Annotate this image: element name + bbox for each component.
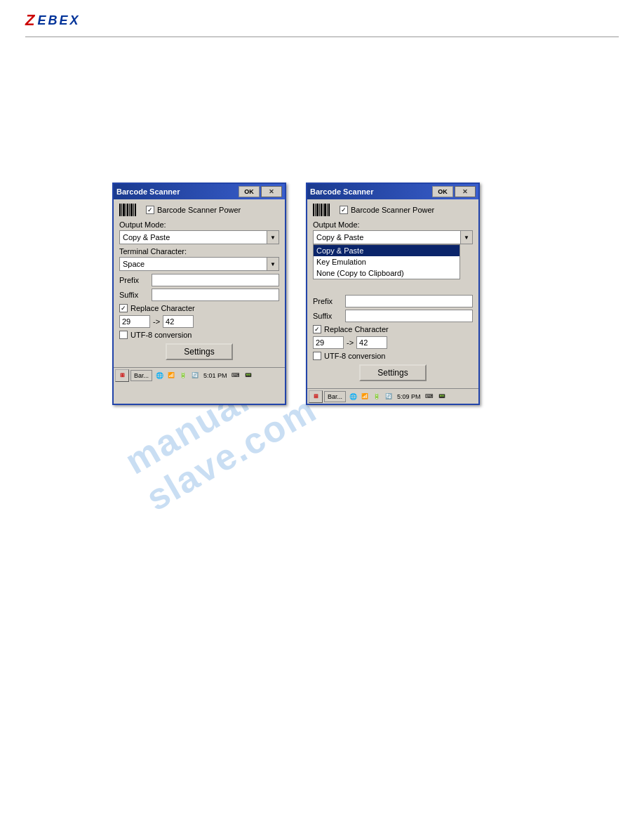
left-taskbar-sync-icon: 🔄	[189, 370, 201, 381]
logo-z-icon: Z	[25, 13, 34, 28]
right-replace-check[interactable]	[313, 325, 321, 333]
left-taskbar-icons: 🌐 📶 🔋 🔄	[154, 370, 201, 381]
right-suffix-label: Suffix	[313, 312, 342, 320]
left-replace-check[interactable]	[119, 304, 128, 312]
left-taskbar-start[interactable]: ⊞	[115, 369, 129, 382]
right-output-mode-arrow[interactable]: ▼	[460, 230, 473, 244]
right-output-mode-display[interactable]: Copy & Paste	[313, 230, 473, 244]
left-dialog-body: Barcode Scanner Power Output Mode: Copy …	[114, 199, 285, 367]
left-scanner-power-label: Barcode Scanner Power	[157, 206, 241, 214]
left-output-mode-dropdown[interactable]: Copy & Paste Key Emulation None (Copy to…	[119, 230, 279, 244]
right-scanner-power-checkbox[interactable]: Barcode Scanner Power	[340, 206, 434, 214]
right-barcode-row: Barcode Scanner Power	[313, 204, 473, 216]
left-taskbar-app[interactable]: Bar...	[130, 370, 152, 381]
header-divider	[25, 37, 619, 37]
right-settings-wrap: Settings	[313, 364, 473, 381]
right-dropdown-item-1[interactable]: Key Emulation	[314, 256, 459, 267]
dialogs-container: Barcode Scanner OK ✕	[112, 183, 480, 405]
left-close-button[interactable]: ✕	[261, 186, 282, 197]
right-utf8-row: UTF-8 conversion	[313, 352, 473, 360]
left-taskbar-extra-icon[interactable]: 📟	[243, 370, 254, 381]
left-suffix-label: Suffix	[119, 291, 149, 299]
left-utf8-check[interactable]	[119, 331, 128, 339]
right-taskbar-globe-icon: 🌐	[347, 391, 358, 402]
right-settings-button[interactable]: Settings	[359, 364, 426, 381]
right-ok-button[interactable]: OK	[432, 186, 453, 197]
left-settings-wrap: Settings	[119, 343, 279, 360]
left-replace-to[interactable]	[163, 315, 194, 328]
left-prefix-input[interactable]	[152, 274, 279, 286]
left-output-mode-label: Output Mode:	[119, 220, 279, 229]
right-dropdown-item-2[interactable]: None (Copy to Clipboard)	[314, 267, 459, 279]
right-output-mode-wrap: Copy & Paste ▼	[313, 230, 473, 244]
left-barcode-row: Barcode Scanner Power	[119, 204, 279, 216]
right-taskbar-extra-icon[interactable]: 📟	[436, 391, 448, 402]
left-replace-label: Replace Character	[130, 304, 195, 312]
right-taskbar-sync-icon: 🔄	[383, 391, 394, 402]
right-utf8-check[interactable]	[313, 352, 321, 360]
left-ok-button[interactable]: OK	[239, 186, 260, 197]
left-taskbar: ⊞ Bar... 🌐 📶 🔋 🔄 5:01 PM ⌨ 📟	[114, 367, 285, 383]
right-utf8-label: UTF-8 conversion	[324, 352, 385, 360]
right-scanner-power-label: Barcode Scanner Power	[351, 206, 434, 214]
left-terminal-char-wrap: Space Tab Enter None ▼	[119, 257, 279, 271]
right-taskbar-keyboard-icon[interactable]: ⌨	[424, 391, 435, 402]
left-replace-from[interactable]	[119, 315, 150, 328]
right-replace-arrow: ->	[347, 338, 354, 347]
right-close-button[interactable]: ✕	[455, 186, 476, 197]
right-output-mode-value: Copy & Paste	[316, 233, 363, 241]
left-output-mode-arrow[interactable]: ▼	[267, 230, 279, 244]
right-dropdown-item-0[interactable]: Copy & Paste	[314, 245, 459, 256]
right-taskbar-app[interactable]: Bar...	[324, 391, 346, 402]
right-taskbar-time: 5:09 PM	[396, 393, 422, 400]
right-taskbar-start[interactable]: ⊞	[309, 390, 323, 403]
left-taskbar-battery-icon: 🔋	[177, 370, 189, 381]
right-output-mode-container: Copy & Paste ▼ Copy & Paste Key Emulatio…	[313, 230, 473, 244]
right-taskbar-signal-icon: 📶	[359, 391, 370, 402]
right-output-mode-list[interactable]: Copy & Paste Key Emulation None (Copy to…	[313, 244, 460, 279]
right-replace-row: Replace Character	[313, 325, 473, 333]
left-barcode-icon	[119, 204, 142, 216]
logo-text: EBEX	[37, 13, 80, 28]
left-taskbar-time: 5:01 PM	[202, 372, 229, 379]
right-replace-from[interactable]	[313, 336, 344, 349]
left-settings-button[interactable]: Settings	[166, 343, 232, 360]
left-utf8-label: UTF-8 conversion	[130, 331, 192, 339]
logo: Z EBEX	[25, 13, 80, 28]
right-replace-label: Replace Character	[324, 325, 389, 333]
right-dialog-title: Barcode Scanner	[310, 187, 373, 196]
right-replace-values: ->	[313, 336, 473, 349]
left-replace-values: ->	[119, 315, 279, 328]
left-terminal-char-arrow[interactable]: ▼	[267, 257, 279, 271]
left-replace-row: Replace Character	[119, 304, 279, 312]
left-dialog-title: Barcode Scanner	[116, 187, 180, 196]
left-dialog-titlebar: Barcode Scanner OK ✕	[114, 184, 285, 199]
right-prefix-input[interactable]	[345, 295, 473, 307]
right-replace-to[interactable]	[356, 336, 387, 349]
left-scanner-power-check[interactable]	[146, 206, 154, 214]
right-taskbar-battery-icon: 🔋	[371, 391, 382, 402]
left-output-mode-wrap: Copy & Paste Key Emulation None (Copy to…	[119, 230, 279, 244]
left-terminal-char-label: Terminal Character:	[119, 247, 279, 256]
right-prefix-row: Prefix	[313, 295, 473, 307]
right-prefix-label: Prefix	[313, 297, 342, 305]
left-scanner-power-checkbox[interactable]: Barcode Scanner Power	[146, 206, 241, 214]
left-utf8-row: UTF-8 conversion	[119, 331, 279, 339]
left-replace-arrow: ->	[153, 317, 160, 326]
left-taskbar-signal-icon: 📶	[166, 370, 177, 381]
right-output-mode-label: Output Mode:	[313, 220, 473, 229]
right-suffix-row: Suffix	[313, 310, 473, 322]
left-taskbar-keyboard-icon[interactable]: ⌨	[230, 370, 241, 381]
left-dialog-buttons: OK ✕	[239, 186, 282, 197]
right-dialog-body: Barcode Scanner Power Output Mode: Copy …	[307, 199, 478, 388]
right-suffix-input[interactable]	[345, 310, 473, 322]
left-suffix-row: Suffix	[119, 289, 279, 301]
left-suffix-input[interactable]	[152, 289, 279, 301]
left-prefix-row: Prefix	[119, 274, 279, 286]
header: Z EBEX	[25, 13, 80, 28]
left-terminal-char-dropdown[interactable]: Space Tab Enter None	[119, 257, 279, 271]
right-dialog-titlebar: Barcode Scanner OK ✕	[307, 184, 478, 199]
left-dialog: Barcode Scanner OK ✕	[112, 183, 286, 405]
right-scanner-power-check[interactable]	[340, 206, 348, 214]
left-taskbar-globe-icon: 🌐	[154, 370, 165, 381]
